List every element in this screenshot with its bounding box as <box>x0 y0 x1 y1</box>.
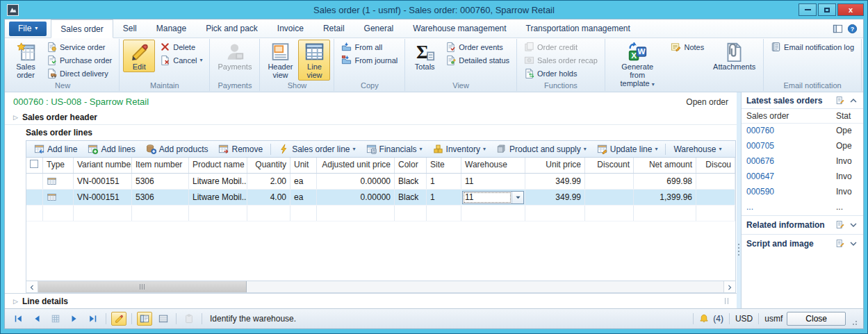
button-header-view[interactable]: Header view <box>263 40 297 81</box>
button-update-line[interactable]: Update line▾ <box>592 142 663 156</box>
sales-order-link[interactable]: ... <box>746 202 836 213</box>
nav-previous-button[interactable] <box>29 312 44 326</box>
column-header-unit[interactable]: Unit <box>290 158 317 173</box>
button-payments[interactable]: Payments <box>213 40 256 72</box>
button-delete[interactable]: Delete <box>156 40 199 53</box>
button-financials[interactable]: Financials▾ <box>361 142 427 156</box>
button-order-holds[interactable]: Order holds <box>521 67 580 80</box>
factbox-menu-icon[interactable] <box>835 96 845 106</box>
column-header-unit-price[interactable]: Unit price <box>525 158 585 173</box>
resize-grip[interactable] <box>850 318 858 326</box>
nav-grid-button[interactable] <box>48 312 63 326</box>
grid-view-button[interactable] <box>156 312 171 326</box>
button-purchase-order[interactable]: Purchase order <box>43 53 115 67</box>
chevron-up-icon[interactable] <box>849 96 858 106</box>
checkbox-icon[interactable] <box>30 160 38 168</box>
paste-button[interactable] <box>181 312 197 326</box>
button-sales-order-line[interactable]: Sales order line▾ <box>274 142 360 156</box>
minimize-button[interactable] <box>799 3 817 16</box>
grid-row-1[interactable]: VN-0001515306Litware Mobil...2.00ea0.000… <box>26 174 735 190</box>
notifications-bell-icon[interactable] <box>699 314 709 324</box>
button-inventory[interactable]: Inventory▾ <box>428 142 491 156</box>
dropdown-button[interactable] <box>511 192 523 203</box>
column-header-site[interactable]: Site <box>427 158 461 173</box>
button-service-order[interactable]: Service order <box>43 40 108 53</box>
button-from-journal[interactable]: From journal <box>338 53 401 67</box>
line-details-splitter[interactable] <box>725 298 728 304</box>
file-menu-button[interactable]: File▾ <box>9 22 47 36</box>
button-direct-delivery[interactable]: Direct delivery <box>43 67 112 80</box>
button-add-products[interactable]: Add products <box>141 142 213 156</box>
button-product-and-supply[interactable]: Product and supply▾ <box>491 142 591 156</box>
horizontal-scrollbar[interactable] <box>26 281 735 292</box>
sales-order-link[interactable]: 000760 <box>746 126 836 137</box>
column-header-type[interactable]: Type <box>43 158 74 173</box>
notification-count[interactable]: (4) <box>713 314 723 324</box>
button-order-events[interactable]: Order events <box>442 40 507 53</box>
close-button[interactable]: Close <box>787 312 846 326</box>
button-generate-from-template[interactable]: XWGenerate from template ▾ <box>609 40 666 90</box>
sidebar-splitter[interactable] <box>738 244 739 256</box>
scrollbar-track[interactable] <box>247 281 723 292</box>
section-sales-order-header[interactable]: ▷ Sales order header <box>5 110 737 125</box>
scroll-left-button[interactable] <box>26 281 38 292</box>
button-attachments[interactable]: Attachments <box>709 40 760 72</box>
sales-order-link[interactable]: 000590 <box>746 187 836 198</box>
column-header-product-name[interactable]: Product name <box>189 158 247 173</box>
help-icon[interactable]: ? <box>847 24 858 34</box>
sales-order-link[interactable]: 000676 <box>746 156 836 167</box>
close-window-button[interactable]: x <box>837 3 864 16</box>
column-header-item-number[interactable]: Item number <box>132 158 189 173</box>
button-sales-order[interactable]: Sales order <box>10 40 42 81</box>
button-add-line[interactable]: Add line <box>29 142 82 156</box>
button-edit[interactable]: Edit <box>123 40 155 72</box>
button-line-view[interactable]: Line view <box>298 40 330 81</box>
tab-pick-and-pack[interactable]: Pick and pack <box>196 19 268 37</box>
button-add-lines[interactable]: Add lines <box>83 142 140 156</box>
chevron-down-icon[interactable] <box>849 220 858 230</box>
button-sales-order-recap[interactable]: Sales order recap <box>521 53 601 67</box>
nav-first-button[interactable] <box>10 312 26 326</box>
column-header-net-amount[interactable]: Net amount <box>634 158 696 173</box>
column-header-adjusted-unit-price[interactable]: Adjusted unit price <box>317 158 395 173</box>
maximize-button[interactable] <box>818 3 836 16</box>
column-header-color[interactable]: Color <box>395 158 427 173</box>
scrollbar-thumb[interactable] <box>38 281 247 292</box>
chevron-down-icon[interactable] <box>849 239 858 249</box>
details-view-button[interactable] <box>137 312 152 326</box>
column-header-warehouse[interactable]: Warehouse <box>461 158 525 173</box>
factbox-menu-icon[interactable] <box>835 239 845 249</box>
factbox-menu-icon[interactable] <box>835 220 845 230</box>
latest-sales-orders-header[interactable]: Latest sales orders <box>742 92 863 109</box>
tab-warehouse-management[interactable]: Warehouse management <box>403 19 516 37</box>
button-from-all[interactable]: From all <box>338 40 386 53</box>
warehouse-combobox[interactable]: 11 <box>462 191 524 204</box>
button-totals[interactable]: ΣTotals <box>409 40 441 72</box>
tab-manage[interactable]: Manage <box>147 19 196 37</box>
button-remove[interactable]: Remove <box>213 142 268 156</box>
sales-order-link[interactable]: 000647 <box>746 172 836 183</box>
layout-icon[interactable] <box>833 24 843 34</box>
nav-last-button[interactable] <box>85 312 101 326</box>
company-indicator[interactable]: usmf <box>764 314 783 324</box>
grid-row-2[interactable]: VN-0001515306Litware Mobil...4.00ea0.000… <box>26 190 735 206</box>
warehouse-value[interactable]: 11 <box>463 192 511 203</box>
tab-retail[interactable]: Retail <box>313 19 354 37</box>
section-line-details[interactable]: ▷ Line details <box>5 293 737 308</box>
column-header-variant-number[interactable]: Variant number <box>74 158 132 173</box>
edit-mode-button[interactable] <box>111 312 126 326</box>
scroll-right-button[interactable] <box>723 281 735 292</box>
tab-general[interactable]: General <box>354 19 404 37</box>
tab-sell[interactable]: Sell <box>113 19 147 37</box>
select-all-checkbox[interactable] <box>26 158 43 173</box>
nav-next-button[interactable] <box>67 312 82 326</box>
script-and-image-header[interactable]: Script and image <box>742 234 863 253</box>
tab-invoice[interactable]: Invoice <box>268 19 313 37</box>
related-information-header[interactable]: Related information <box>742 215 863 234</box>
column-header-quantity[interactable]: Quantity <box>247 158 290 173</box>
button-email-notification-log[interactable]: Email notification log <box>767 40 858 53</box>
button-warehouse[interactable]: Warehouse▾ <box>669 143 726 156</box>
tab-transportation-management[interactable]: Transportation management <box>516 19 640 37</box>
column-header-discount[interactable]: Discount <box>585 158 634 173</box>
tab-sales-order[interactable]: Sales order <box>51 19 113 38</box>
